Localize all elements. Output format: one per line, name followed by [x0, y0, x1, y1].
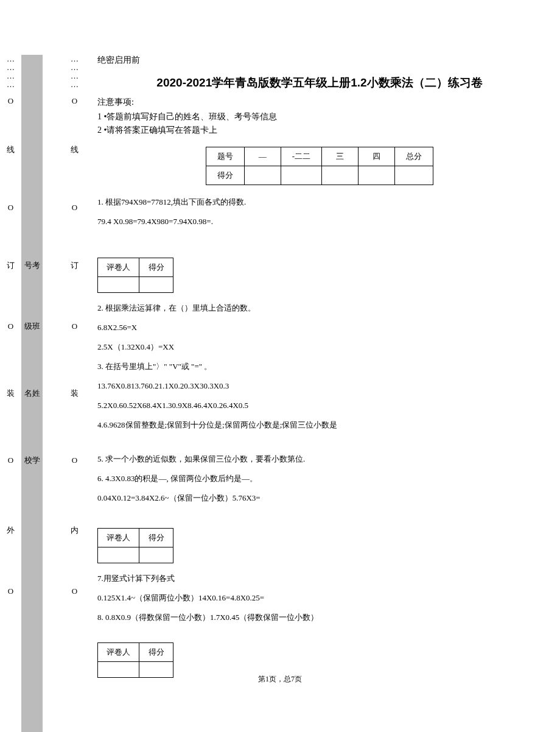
confidential-label: 绝密启用前 [97, 55, 542, 66]
gutter-mark: O [72, 436, 77, 485]
gutter-mark: … [71, 63, 79, 72]
question-1-b: 79.4 X0.98=79.4X980=7.94X0.98=. [97, 214, 542, 230]
score-header-2: -二二 [281, 147, 321, 166]
gutter-mark: O [72, 576, 77, 607]
question-3-c: 5.2X0.60.52X68.4X1.30.9X8.46.4X0.26.4X0.… [97, 398, 542, 414]
question-5: 5. 求一个小数的近似数，如果保留三位小数，要看小数第位. [97, 451, 542, 467]
score-header-3: 三 [322, 147, 359, 166]
gutter-outer: …………O线O订O装O外O [0, 55, 21, 732]
score-cell [359, 166, 395, 185]
gutter-mark: O [8, 186, 13, 229]
table-row [98, 661, 173, 677]
table-row: 评卷人 得分 [98, 528, 173, 547]
score-header-total: 总分 [395, 147, 433, 166]
grader-col-1: 评卷人 [98, 642, 139, 661]
gutter-middle: 号考级班名姓校学 [21, 55, 43, 732]
gutter-mark: 级班 [24, 302, 40, 351]
question-7-a: 7.用竖式计算下列各式 [97, 571, 542, 586]
score-cell [322, 166, 359, 185]
gutter-mark: … [7, 80, 15, 89]
gutter-mark: O [8, 576, 13, 607]
gutter-mark: 装 [71, 375, 79, 412]
gutter-mark: … [71, 55, 79, 63]
binding-gutter: …………O线O订O装O外O 号考级班名姓校学 …………O线O订O装O内O [0, 0, 85, 732]
question-2-c: 2.5X（1.32X0.4）=XX [97, 339, 542, 355]
gutter-mark: O [8, 436, 13, 485]
grader-col-1: 评卷人 [98, 528, 139, 547]
score-header-4: 四 [359, 147, 395, 166]
question-2-b: 6.8X2.56=X [97, 320, 542, 336]
gutter-mark: 外 [7, 509, 15, 552]
gutter-mark: 号考 [24, 253, 40, 278]
table-row: 题号 — -二二 三 四 总分 [206, 147, 433, 166]
gutter-mark: O [8, 89, 13, 113]
main-content: 绝密启用前 2020-2021学年青岛版数学五年级上册1.2小数乘法（二）练习卷… [85, 0, 560, 732]
gutter-mark: 线 [71, 138, 79, 162]
score-table: 题号 — -二二 三 四 总分 得分 [206, 147, 433, 185]
table-row: 评卷人 得分 [98, 258, 173, 276]
question-2-a: 2. 根据乘法运算律，在（）里填上合适的数。 [97, 300, 542, 316]
gutter-mark: 校学 [24, 436, 40, 485]
grader-col-1: 评卷人 [98, 258, 139, 276]
question-1-a: 1. 根据794X98=77812,填出下面各式的得数. [97, 194, 542, 210]
grader-table: 评卷人 得分 [97, 528, 173, 563]
question-7-b: 0.125X1.4~（保留两位小数）14X0.16=4.8X0.25= [97, 590, 542, 606]
gutter-mark: 内 [71, 509, 79, 552]
gutter-mark: … [7, 63, 15, 72]
grader-table: 评卷人 得分 [97, 642, 173, 678]
grader-cell [139, 547, 173, 563]
document-title: 2020-2021学年青岛版数学五年级上册1.2小数乘法（二）练习卷 [97, 75, 542, 91]
score-row-label: 得分 [206, 166, 244, 185]
gutter-mark: O [8, 302, 13, 351]
table-row: 得分 [206, 166, 433, 185]
grader-col-2: 得分 [139, 528, 173, 547]
grader-cell [139, 276, 173, 292]
page-footer: 第1页，总7页 [258, 674, 302, 684]
page-root: …………O线O订O装O外O 号考级班名姓校学 …………O线O订O装O内O 绝密启… [0, 0, 560, 732]
grader-cell [98, 276, 139, 292]
score-header-1: — [244, 147, 281, 166]
gutter-mark: O [72, 302, 77, 351]
gutter-mark: 装 [7, 375, 15, 412]
gutter-mark: 订 [71, 253, 79, 278]
gutter-mark: O [72, 89, 77, 113]
question-6-a: 6. 4.3X0.83的积是—, 保留两位小数后约是—。 [97, 471, 542, 487]
question-3-a: 3. 在括号里填上"〉" "V"或 "=" 。 [97, 359, 542, 375]
gutter-mark: 线 [7, 138, 15, 162]
gutter-mark: O [72, 186, 77, 229]
grader-cell [98, 661, 139, 677]
table-row [98, 547, 173, 563]
table-row: 评卷人 得分 [98, 642, 173, 661]
gutter-mark: … [7, 55, 15, 63]
notice-item-2: 2 •请将答案正确填写在答题卡上 [97, 124, 542, 137]
gutter-mark: 名姓 [24, 375, 40, 412]
gutter-mark: … [7, 72, 15, 80]
gutter-mark: … [71, 80, 79, 89]
question-8: 8. 0.8X0.9（得数保留一位小数）1.7X0.45（得数保留一位小数） [97, 610, 542, 625]
grader-table: 评卷人 得分 [97, 258, 173, 293]
notice-item-1: 1 •答题前填写好自己的姓名、班级、考号等信息 [97, 110, 542, 124]
score-cell [281, 166, 321, 185]
score-cell [244, 166, 281, 185]
grader-col-2: 得分 [139, 642, 173, 661]
grader-col-2: 得分 [139, 258, 173, 276]
score-header-number: 题号 [206, 147, 244, 166]
score-cell [395, 166, 433, 185]
gutter-mark: 订 [7, 253, 15, 278]
table-row [98, 276, 173, 292]
question-4: 4.6.9628保留整数是;保留到十分位是;保留两位小数是;保留三位小数是 [97, 417, 542, 433]
question-6-b: 0.04X0.12=3.84X2.6~（保留一位小数）5.76X3= [97, 490, 542, 506]
gutter-mark: … [71, 72, 79, 80]
grader-cell [139, 661, 173, 677]
question-3-b: 13.76X0.813.760.21.1X0.20.3X30.3X0.3 [97, 378, 542, 394]
grader-cell [98, 547, 139, 563]
notice-heading: 注意事项: [97, 97, 542, 108]
gutter-inner: …………O线O订O装O内O [64, 55, 85, 732]
